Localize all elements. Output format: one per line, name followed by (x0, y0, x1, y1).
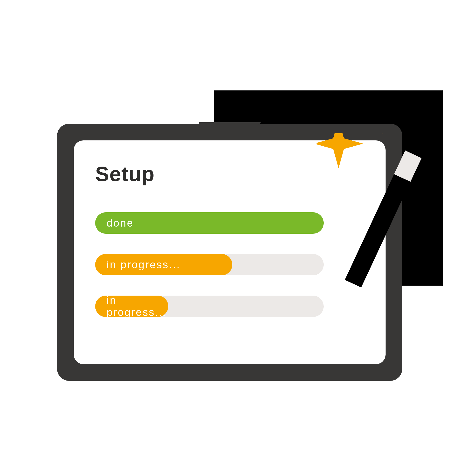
progress-row-in-progress-1: in progress... (95, 254, 324, 275)
tablet-frame: Setup done in progress... (57, 124, 402, 381)
progress-list: done in progress... in progress... (95, 212, 364, 317)
progress-label: done (107, 217, 134, 229)
progress-label: in progress... (107, 259, 180, 271)
progress-row-done: done (95, 212, 324, 234)
page-title: Setup (95, 162, 364, 186)
progress-fill-done: done (95, 212, 324, 234)
progress-fill-in-progress: in progress... (95, 296, 168, 317)
progress-fill-in-progress: in progress... (95, 254, 232, 275)
progress-label: in progress... (107, 294, 168, 318)
stage: Setup done in progress... (0, 0, 476, 476)
progress-row-in-progress-2: in progress... (95, 296, 324, 317)
tablet-screen: Setup done in progress... (74, 140, 386, 364)
tablet-notch (199, 122, 261, 125)
